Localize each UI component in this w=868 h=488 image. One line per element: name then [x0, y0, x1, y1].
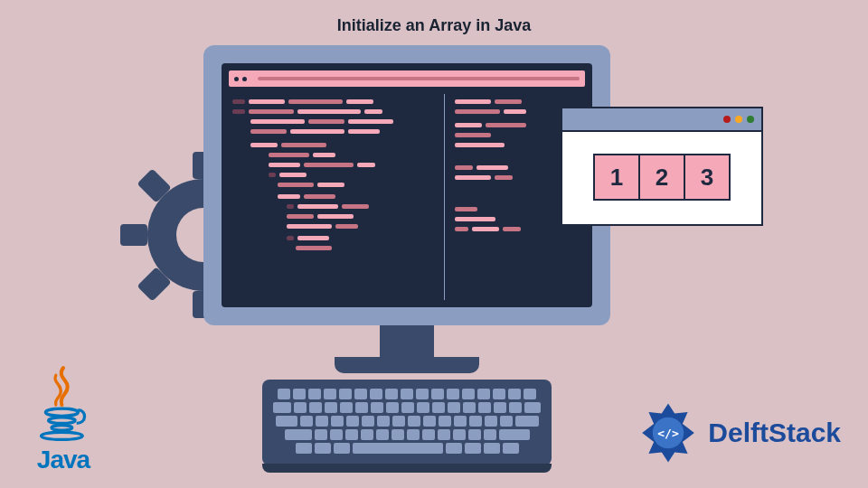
key: [392, 429, 404, 440]
key: [509, 402, 522, 413]
key: [371, 402, 383, 413]
key: [377, 416, 390, 427]
key: [453, 429, 466, 440]
key: [316, 416, 328, 427]
java-logo: Java: [27, 364, 99, 474]
key: [494, 402, 506, 413]
key: [524, 402, 541, 413]
key: [407, 429, 420, 440]
key: [362, 416, 374, 427]
key: [469, 416, 482, 427]
monitor-base: [335, 357, 479, 373]
key: [484, 429, 496, 440]
key: [354, 389, 367, 399]
key: [447, 389, 459, 399]
key: [438, 429, 450, 440]
code-pane-left: [232, 99, 437, 256]
key: [355, 402, 368, 413]
key: [353, 443, 443, 454]
window-title-bar: [229, 70, 585, 87]
key: [478, 402, 491, 413]
key: [500, 416, 513, 427]
key: [385, 389, 398, 399]
svg-rect-3: [120, 224, 147, 246]
java-text: Java: [37, 446, 90, 474]
key: [503, 443, 519, 454]
key: [524, 389, 536, 399]
key: [432, 402, 445, 413]
key: [273, 402, 291, 413]
array-cell: 1: [593, 154, 640, 201]
key: [346, 416, 359, 427]
key: [446, 443, 462, 454]
delftstack-text: DelftStack: [708, 418, 841, 448]
key: [361, 429, 373, 440]
array-cell: 2: [638, 154, 685, 201]
key: [278, 389, 290, 399]
window-dot-yellow: [735, 116, 742, 123]
array-body: 1 2 3: [562, 132, 761, 222]
key: [345, 429, 358, 440]
key: [331, 416, 344, 427]
array-window-titlebar: [562, 108, 761, 132]
key: [315, 429, 327, 440]
java-icon: [27, 364, 99, 446]
delftstack-logo: </> DelftStack: [636, 400, 841, 465]
key: [448, 402, 460, 413]
keyboard-front: [262, 464, 552, 473]
key: [408, 416, 420, 427]
key: [439, 416, 451, 427]
code-pane-right: [455, 99, 573, 237]
key: [309, 402, 322, 413]
monitor-stand: [380, 324, 434, 360]
key: [401, 389, 413, 399]
key: [423, 416, 436, 427]
key: [315, 443, 331, 454]
screen: [222, 63, 592, 307]
key: [330, 429, 343, 440]
window-dot-green: [747, 116, 754, 123]
key: [484, 443, 500, 454]
key: [392, 416, 405, 427]
key: [370, 389, 382, 399]
key: [477, 389, 490, 399]
key: [339, 389, 352, 399]
delftstack-icon: </>: [636, 400, 701, 465]
key: [293, 389, 306, 399]
key: [340, 402, 353, 413]
key: [325, 402, 337, 413]
svg-text:</>: </>: [658, 427, 680, 440]
key: [285, 429, 312, 440]
key: [431, 389, 444, 399]
key: [334, 443, 350, 454]
key: [416, 389, 429, 399]
array-cell: 3: [684, 154, 731, 201]
page-title: Initialize an Array in Java: [0, 16, 868, 35]
key: [300, 416, 313, 427]
svg-point-13: [41, 432, 82, 439]
key: [296, 443, 312, 454]
key: [294, 402, 307, 413]
key: [499, 429, 530, 440]
svg-point-11: [49, 418, 75, 424]
key: [465, 443, 481, 454]
keyboard: [262, 380, 552, 465]
key: [422, 429, 435, 440]
key: [386, 402, 399, 413]
key: [308, 389, 321, 399]
key: [493, 389, 505, 399]
key: [463, 402, 476, 413]
key: [468, 429, 481, 440]
key: [276, 416, 297, 427]
array-window: 1 2 3: [561, 107, 763, 226]
svg-point-12: [52, 426, 72, 431]
key: [454, 416, 467, 427]
key: [401, 402, 414, 413]
key: [462, 389, 475, 399]
key: [324, 389, 336, 399]
key: [508, 389, 521, 399]
key: [515, 416, 539, 427]
key: [485, 416, 497, 427]
pane-divider: [444, 94, 445, 300]
window-dot-red: [723, 116, 731, 123]
